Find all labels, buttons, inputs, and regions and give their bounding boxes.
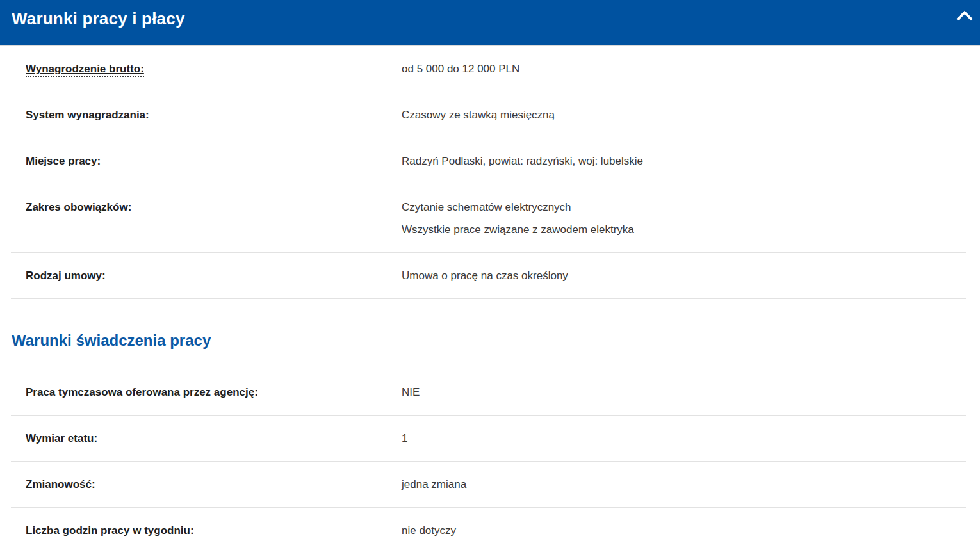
row-wymiar-etatu: Wymiar etatu: 1: [11, 416, 966, 462]
value-line: Wszystkie prace związane z zawodem elekt…: [402, 222, 966, 238]
label-text: Liczba godzin pracy w tygodniu:: [26, 524, 194, 537]
row-label: Zakres obowiązków:: [11, 199, 402, 215]
row-value: jedna zmiana: [402, 476, 966, 492]
row-label: Miejsce pracy:: [11, 153, 402, 169]
row-praca-tymczasowa: Praca tymczasowa oferowana przez agencję…: [11, 369, 966, 416]
row-liczba-godzin-pracy: Liczba godzin pracy w tygodniu: nie doty…: [11, 508, 966, 550]
label-text: Miejsce pracy:: [26, 155, 101, 167]
label-text: Rodzaj umowy:: [26, 270, 106, 282]
row-system-wynagradzania: System wynagradzania: Czasowy ze stawką …: [11, 92, 966, 138]
value-line: od 5 000 do 12 000 PLN: [402, 61, 966, 77]
row-rodzaj-umowy: Rodzaj umowy: Umowa o pracę na czas okre…: [11, 253, 966, 299]
row-label: Rodzaj umowy:: [11, 268, 402, 284]
row-label: Zmianowość:: [11, 476, 402, 492]
section-title: Warunki pracy i płacy: [12, 0, 968, 29]
value-line: Czytanie schematów elektrycznych: [402, 199, 966, 215]
row-wynagrodzenie-brutto: Wynagrodzenie brutto: od 5 000 do 12 000…: [11, 46, 966, 92]
section-header-warunki-pracy-i-placy: Warunki pracy i płacy: [0, 0, 980, 46]
tooltip-term-wynagrodzenie-brutto[interactable]: Wynagrodzenie brutto:: [26, 63, 144, 77]
row-value: NIE: [402, 384, 966, 400]
label-text: System wynagradzania:: [26, 109, 149, 121]
label-text: Zakres obowiązków:: [26, 201, 131, 213]
row-value: Czytanie schematów elektrycznych Wszystk…: [402, 199, 966, 238]
row-value: Umowa o pracę na czas określony: [402, 268, 966, 284]
row-zakres-obowiazkow: Zakres obowiązków: Czytanie schematów el…: [11, 184, 966, 253]
value-line: nie dotyczy: [402, 522, 966, 538]
job-offer-details: Wynagrodzenie brutto: od 5 000 do 12 000…: [0, 46, 980, 550]
warunki-swiadczenia-pracy-table: Praca tymczasowa oferowana przez agencję…: [11, 369, 966, 550]
chevron-up-icon: [956, 10, 973, 21]
value-line: Radzyń Podlaski, powiat: radzyński, woj:…: [402, 153, 966, 169]
row-label: Liczba godzin pracy w tygodniu:: [11, 522, 402, 538]
row-value: od 5 000 do 12 000 PLN: [402, 61, 966, 77]
value-line: 1: [402, 430, 966, 446]
label-text: Praca tymczasowa oferowana przez agencję…: [26, 386, 258, 398]
label-text: Wymiar etatu:: [26, 432, 97, 444]
label-text: Zmianowość:: [26, 478, 95, 490]
row-miejsce-pracy: Miejsce pracy: Radzyń Podlaski, powiat: …: [11, 138, 966, 184]
warunki-pracy-i-placy-table: Wynagrodzenie brutto: od 5 000 do 12 000…: [11, 46, 966, 299]
row-value: Czasowy ze stawką miesięczną: [402, 107, 966, 123]
value-line: NIE: [402, 384, 966, 400]
value-line: jedna zmiana: [402, 476, 966, 492]
row-value: Radzyń Podlaski, powiat: radzyński, woj:…: [402, 153, 966, 169]
row-value: 1: [402, 430, 966, 446]
row-label: Praca tymczasowa oferowana przez agencję…: [11, 384, 402, 400]
row-label: Wymiar etatu:: [11, 430, 402, 446]
row-label: System wynagradzania:: [11, 107, 402, 123]
row-label: Wynagrodzenie brutto:: [11, 61, 402, 77]
collapse-section-button[interactable]: [953, 6, 976, 25]
value-line: Umowa o pracę na czas określony: [402, 268, 966, 284]
row-value: nie dotyczy: [402, 522, 966, 538]
row-zmianowosc: Zmianowość: jedna zmiana: [11, 462, 966, 508]
value-line: Czasowy ze stawką miesięczną: [402, 107, 966, 123]
subsection-heading-warunki-swiadczenia-pracy: Warunki świadczenia pracy: [0, 331, 980, 350]
